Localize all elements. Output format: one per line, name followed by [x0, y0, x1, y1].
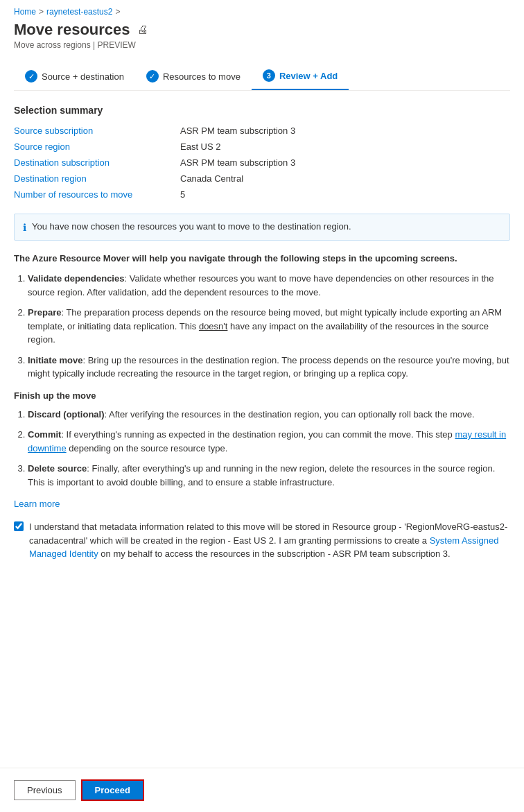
finish-step-2: Commit: If everything's running as expec…: [28, 428, 510, 455]
finish-step-1-heading: Discard (optional): [28, 409, 105, 420]
finish-step-2-text: : If everything's running as expected in…: [61, 429, 455, 440]
info-box: ℹ You have now chosen the resources you …: [14, 214, 510, 241]
value-num-resources: 5: [180, 189, 185, 200]
step-number-3: 3: [263, 69, 275, 82]
section-title-summary: Selection summary: [14, 105, 510, 116]
info-text: You have now chosen the resources you wa…: [32, 221, 351, 232]
step-3-text: : Bring up the resources in the destinat…: [28, 355, 509, 379]
breadcrumb-home[interactable]: Home: [14, 7, 36, 17]
step-check-1: ✓: [25, 70, 37, 83]
consent-checkbox[interactable]: [14, 521, 24, 531]
system-assigned-identity-link[interactable]: System Assigned Managed Identity: [29, 535, 498, 560]
breadcrumb-sep1: >: [39, 7, 44, 17]
step-check-2: ✓: [146, 70, 159, 83]
breadcrumb: Home > raynetest-eastus2 >: [14, 7, 510, 17]
steps-intro: The Azure Resource Mover will help you n…: [14, 253, 510, 264]
finish-step-3: Delete source: Finally, after everything…: [28, 462, 510, 489]
step-label-1: Source + destination: [42, 71, 124, 82]
summary-table: Source subscription ASR PM team subscrip…: [14, 123, 510, 202]
consent-row: I understand that metadata information r…: [14, 520, 510, 561]
main-step-1: Validate dependencies: Validate whether …: [28, 272, 510, 299]
step-review-add[interactable]: 3 Review + Add: [252, 64, 349, 90]
label-dest-sub: Destination subscription: [14, 157, 180, 168]
page-subtitle: Move across regions | PREVIEW: [14, 40, 510, 50]
summary-row-source-sub: Source subscription ASR PM team subscrip…: [14, 123, 510, 139]
finish-step-1: Discard (optional): After verifying the …: [28, 408, 510, 422]
finish-step-1-text: : After verifying the resources in the d…: [105, 409, 475, 420]
step-label-3: Review + Add: [279, 71, 338, 81]
steps-bar: ✓ Source + destination ✓ Resources to mo…: [14, 64, 510, 91]
value-source-region: East US 2: [180, 141, 221, 152]
label-num-resources: Number of resources to move: [14, 189, 180, 200]
value-dest-region: Canada Central: [180, 173, 243, 184]
value-dest-sub: ASR PM team subscription 3: [180, 157, 295, 168]
summary-row-dest-region: Destination region Canada Central: [14, 171, 510, 187]
main-step-3: Initiate move: Bring up the resources in…: [28, 354, 510, 381]
footer-bar: Previous Proceed: [0, 768, 524, 812]
value-source-sub: ASR PM team subscription 3: [180, 126, 295, 136]
label-source-sub: Source subscription: [14, 126, 180, 136]
info-icon: ℹ: [23, 222, 26, 233]
finish-heading: Finish up the move: [14, 390, 510, 401]
finish-step-3-heading: Delete source: [28, 463, 87, 474]
main-step-2: Prepare: The preparation process depends…: [28, 306, 510, 347]
step-2-heading: Prepare: [28, 307, 61, 318]
finish-step-2-text2: depending on the source resource type.: [67, 443, 228, 453]
step-resources-to-move[interactable]: ✓ Resources to move: [135, 64, 252, 89]
step-1-heading: Validate dependencies: [28, 273, 124, 284]
finish-step-2-heading: Commit: [28, 429, 61, 440]
finish-step-3-text: : Finally, after everything's up and run…: [28, 463, 495, 487]
print-icon[interactable]: 🖨: [137, 24, 148, 36]
main-steps-list: Validate dependencies: Validate whether …: [28, 272, 510, 381]
finish-steps-list: Discard (optional): After verifying the …: [28, 408, 510, 490]
page-title: Move resources: [14, 21, 130, 39]
previous-button[interactable]: Previous: [14, 780, 76, 800]
breadcrumb-sep2: >: [115, 7, 120, 17]
step-3-heading: Initiate move: [28, 355, 82, 365]
page-title-row: Move resources 🖨: [14, 21, 510, 39]
summary-row-num-resources: Number of resources to move 5: [14, 187, 510, 202]
label-dest-region: Destination region: [14, 173, 180, 184]
consent-text: I understand that metadata information r…: [29, 520, 510, 561]
summary-row-source-region: Source region East US 2: [14, 139, 510, 155]
step-2-doesnt: doesn't: [199, 321, 228, 331]
proceed-button[interactable]: Proceed: [81, 779, 144, 801]
step-source-destination[interactable]: ✓ Source + destination: [14, 64, 135, 89]
summary-row-dest-sub: Destination subscription ASR PM team sub…: [14, 155, 510, 171]
learn-more-link[interactable]: Learn more: [14, 499, 510, 509]
label-source-region: Source region: [14, 141, 180, 152]
step-label-2: Resources to move: [163, 71, 241, 82]
breadcrumb-resource[interactable]: raynetest-eastus2: [46, 7, 112, 17]
